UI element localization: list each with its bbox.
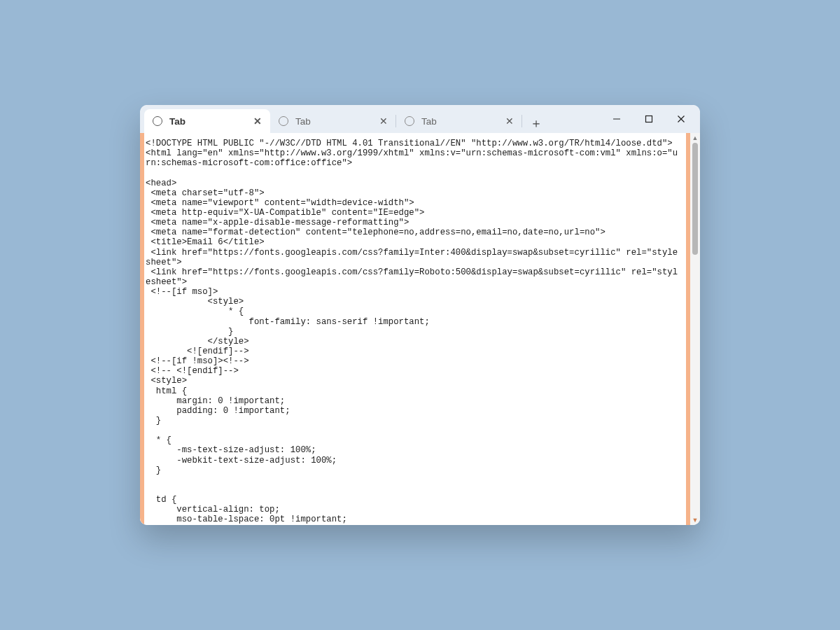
tab-favicon-icon [279, 116, 288, 126]
titlebar: Tab ✕ Tab ✕ Tab ✕ ＋ [140, 105, 700, 133]
tab-close-button[interactable]: ✕ [251, 114, 265, 128]
svg-rect-1 [646, 116, 652, 122]
tab-3[interactable]: Tab ✕ [396, 109, 522, 133]
tab-close-button[interactable]: ✕ [503, 114, 517, 128]
new-tab-button[interactable]: ＋ [525, 115, 547, 132]
close-window-button[interactable] [665, 105, 697, 133]
minimize-button[interactable] [601, 105, 633, 133]
code-viewer[interactable]: <!DOCTYPE HTML PUBLIC "-//W3C//DTD HTML … [144, 133, 686, 525]
tab-favicon-icon [153, 116, 162, 126]
maximize-button[interactable] [633, 105, 665, 133]
tab-favicon-icon [405, 116, 414, 126]
window-controls [601, 105, 700, 133]
content-area: <!DOCTYPE HTML PUBLIC "-//W3C//DTD HTML … [140, 133, 700, 525]
tab-1[interactable]: Tab ✕ [144, 109, 270, 133]
scroll-down-button[interactable]: ▼ [690, 515, 700, 525]
tab-2[interactable]: Tab ✕ [270, 109, 396, 133]
vertical-scrollbar[interactable]: ▲ ▼ [690, 133, 700, 525]
tab-strip: Tab ✕ Tab ✕ Tab ✕ ＋ [140, 105, 601, 133]
app-window: Tab ✕ Tab ✕ Tab ✕ ＋ [140, 105, 700, 525]
tab-label: Tab [169, 116, 251, 127]
tab-close-button[interactable]: ✕ [377, 114, 391, 128]
scroll-up-button[interactable]: ▲ [690, 133, 700, 143]
tab-label: Tab [421, 116, 503, 127]
tab-label: Tab [295, 116, 377, 127]
scroll-thumb[interactable] [692, 143, 698, 255]
